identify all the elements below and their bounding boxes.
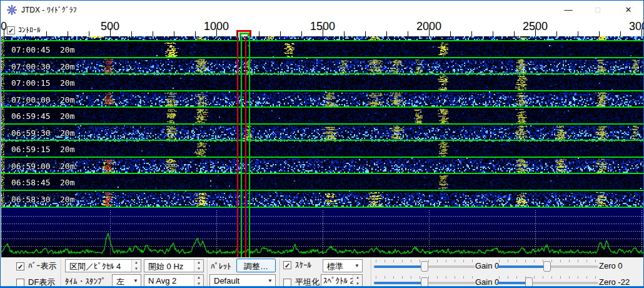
scale-mode-dropdown[interactable]: 標準 ▼ <box>323 259 363 272</box>
waterfall-zero-label: Zero 0 <box>599 261 623 270</box>
scale-tick <box>556 31 557 36</box>
bins-per-pixel-value: 区間／ﾋﾟｸｾﾙ 4 <box>66 260 131 272</box>
jtdx-wide-graph-window: JTDX - ﾜｲﾄﾞｸﾞﾗﾌ — □ ✕ 0 500 1000 1500 20… <box>0 0 644 288</box>
waterfall-timestamp: 06:59:1520m <box>11 145 51 154</box>
spin-up-icon[interactable]: ▲ <box>194 275 203 281</box>
scale-tick <box>216 28 217 36</box>
start-frequency-value: 開始 0 Hz <box>144 260 194 272</box>
check-icon: ✓ <box>284 262 290 269</box>
scale-mode-value: 標準 <box>327 262 343 271</box>
dropdown-arrow-icon: ▼ <box>355 263 360 269</box>
scale-tick <box>450 31 451 36</box>
scale-tick <box>174 31 174 36</box>
waterfall-gain-slider[interactable] <box>374 259 475 272</box>
spinner-arrows[interactable]: ▲▼ <box>194 260 203 272</box>
scale-tick <box>535 28 536 36</box>
minimize-icon: — <box>565 5 573 14</box>
control-checkbox-row[interactable]: ✓ ｺﾝﾄﾛｰﾙ <box>7 26 43 34</box>
waterfall-zero-slider[interactable] <box>497 259 598 272</box>
flatten-checkbox[interactable]: ✓ <box>283 279 291 287</box>
scale-tick <box>344 31 345 36</box>
bar-display-checkbox[interactable]: ✓ <box>16 262 24 270</box>
scale-tick <box>46 31 47 36</box>
waterfall-timestamp: 07:00:0020m <box>11 95 51 105</box>
waterfall-timestamp: 06:58:4520m <box>11 178 51 187</box>
scale-tick <box>514 31 515 36</box>
slider-thumb[interactable] <box>421 261 428 272</box>
timestamp-label: ﾀｲﾑ・ｽﾀﾝﾌﾟ <box>65 277 106 286</box>
scale-checkbox-label: ｽｹｰﾙ <box>295 260 311 270</box>
scale-tick <box>408 31 408 36</box>
scale-tick <box>620 31 621 36</box>
scale-tick <box>323 28 323 36</box>
scale-tick <box>578 31 578 36</box>
scale-tick <box>131 31 132 36</box>
slider-fill <box>497 282 529 284</box>
close-button[interactable]: ✕ <box>613 1 644 19</box>
waterfall-timestamp: 06:59:4520m <box>11 111 51 121</box>
title-bar[interactable]: JTDX - ﾜｲﾄﾞｸﾞﾗﾌ — □ ✕ <box>1 1 643 19</box>
waterfall-timestamp: 06:59:3020m <box>11 128 51 138</box>
scale-tick <box>153 31 153 36</box>
slider-thumb[interactable] <box>543 261 551 272</box>
df-display-checkbox[interactable]: ✓ <box>16 279 24 287</box>
waterfall-timestamp: 07:00:3020m <box>11 62 51 71</box>
control-checkbox-label: ｺﾝﾄﾛｰﾙ <box>18 26 41 34</box>
spectrum-spinner[interactable]: ｽﾍﾟｸﾄﾙ 20 ▲▼ <box>321 274 363 287</box>
timestamp-position-dropdown[interactable]: 左 ▼ <box>112 274 141 287</box>
scale-tick <box>471 31 472 36</box>
spin-down-icon[interactable]: ▼ <box>132 266 141 272</box>
waterfall-display[interactable] <box>1 36 644 208</box>
window-title: JTDX - ﾜｲﾄﾞｸﾞﾗﾌ <box>21 6 77 14</box>
scale-tick <box>641 28 642 36</box>
spin-up-icon[interactable]: ▲ <box>353 275 362 281</box>
timestamp-position-value: 左 <box>116 277 124 286</box>
scale-tick <box>599 31 600 36</box>
frequency-scale[interactable]: 0 500 1000 1500 2000 2500 3000 <box>1 19 644 36</box>
control-checkbox[interactable]: ✓ <box>7 26 15 34</box>
waterfall-timestamp: 06:59:0020m <box>11 162 51 171</box>
panel-divider <box>371 259 371 286</box>
spinner-arrows[interactable]: ▲▼ <box>353 275 362 287</box>
slider-fill <box>374 265 425 268</box>
bins-per-pixel-spinner[interactable]: 区間／ﾋﾟｸｾﾙ 4 ▲▼ <box>65 259 141 272</box>
slider-fill <box>497 265 547 268</box>
scale-tick <box>301 31 302 36</box>
jtdx-app-icon <box>7 5 17 15</box>
palette-value: Default <box>214 276 239 285</box>
maximize-icon: □ <box>595 5 600 14</box>
spectrum-zero-label: Zero -22 <box>599 277 630 287</box>
slider-track[interactable] <box>497 282 598 284</box>
scale-tick <box>238 31 238 36</box>
scale-tick <box>429 28 430 36</box>
scale-row[interactable]: ✓ ｽｹｰﾙ <box>283 260 311 270</box>
control-panel: ✓ ﾊﾞｰ表示 ✓ DF表示 区間／ﾋﾟｸｾﾙ 4 ▲▼ 開始 0 Hz ▲▼ … <box>1 257 644 287</box>
scale-checkbox[interactable]: ✓ <box>283 261 291 269</box>
panel-divider <box>61 259 61 286</box>
scale-tick <box>365 31 366 36</box>
spectrum-spinner-value: ｽﾍﾟｸﾄﾙ 20 <box>321 275 353 287</box>
bar-display-row[interactable]: ✓ ﾊﾞｰ表示 <box>16 260 57 272</box>
waterfall-timestamp: 06:58:3020m <box>11 195 51 204</box>
window-bottom-border <box>1 286 643 287</box>
scale-tick <box>493 31 493 36</box>
minimize-button[interactable]: — <box>554 1 583 19</box>
spinner-arrows[interactable]: ▲▼ <box>194 275 203 287</box>
spectrum-gain-label: Gain 0 <box>475 277 499 287</box>
n-avg-value: N Avg 2 <box>144 275 194 287</box>
spin-up-icon[interactable]: ▲ <box>132 260 141 266</box>
palette-adjust-button[interactable]: 調整… <box>236 259 276 272</box>
waterfall-timestamp: 07:00:4520m <box>11 45 51 54</box>
start-frequency-spinner[interactable]: 開始 0 Hz ▲▼ <box>144 259 204 272</box>
scale-tick <box>386 31 387 36</box>
spin-down-icon[interactable]: ▼ <box>194 266 203 272</box>
scale-tick <box>195 31 196 36</box>
n-avg-spinner[interactable]: N Avg 2 ▲▼ <box>144 274 204 287</box>
panel-divider <box>279 259 280 286</box>
palette-dropdown[interactable]: Default ▼ <box>209 274 276 287</box>
spectrum-display[interactable] <box>1 208 644 257</box>
spinner-arrows[interactable]: ▲▼ <box>131 260 141 272</box>
scale-tick <box>89 31 89 36</box>
spin-up-icon[interactable]: ▲ <box>194 260 203 266</box>
waterfall-gain-label: Gain 0 <box>475 261 499 270</box>
